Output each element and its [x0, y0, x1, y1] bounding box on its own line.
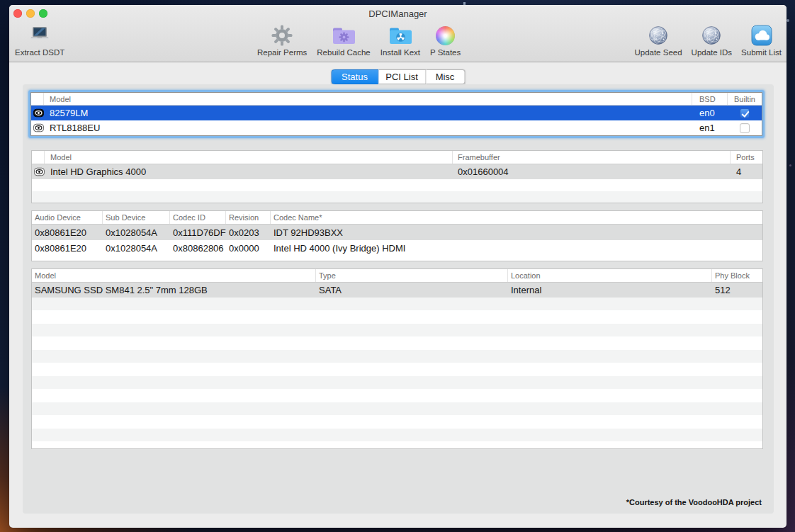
- column-header-model[interactable]: Model: [45, 151, 453, 164]
- table-row[interactable]: Intel HD Graphics 4000 0x01660004 4: [32, 164, 762, 179]
- toolbar-item-label: Update Seed: [634, 48, 682, 57]
- toolbar-item-label: Install Kext: [380, 48, 420, 57]
- toolbar-item-label: Rebuild Cache: [317, 48, 370, 57]
- update-seed-button[interactable]: Update Seed: [631, 23, 684, 57]
- column-header-visibility[interactable]: [31, 93, 44, 105]
- tab-bar: Status PCI List Misc: [331, 69, 465, 84]
- column-header-sub-device[interactable]: Sub Device: [103, 211, 170, 224]
- toolbar-item-label: Extract DSDT: [15, 48, 64, 57]
- audio-device-cell: 0x80861E20: [32, 227, 103, 238]
- toolbar-right: Update Seed: [631, 23, 784, 57]
- model-cell: Intel HD Graphics 4000: [45, 166, 453, 177]
- window-title: DPCIManager: [9, 9, 786, 19]
- status-panel: Model BSD Builtin: [23, 84, 774, 514]
- gear-icon: [271, 23, 293, 47]
- model-cell: RTL8188EU: [44, 123, 692, 133]
- location-cell: Internal: [508, 285, 712, 295]
- install-kext-button[interactable]: Install Kext: [378, 23, 423, 57]
- codec-name-cell: IDT 92HD93BXX: [271, 227, 762, 238]
- column-header-model[interactable]: Model: [32, 269, 316, 282]
- table-row[interactable]: RTL8188EU en1: [31, 120, 762, 135]
- eye-icon[interactable]: [33, 123, 44, 132]
- table-row[interactable]: SAMSUNG SSD SM841 2.5" 7mm 128GB SATA In…: [32, 283, 762, 298]
- tab-status[interactable]: Status: [331, 69, 378, 84]
- model-cell: SAMSUNG SSD SM841 2.5" 7mm 128GB: [32, 285, 316, 295]
- column-header-builtin[interactable]: Builtin: [728, 93, 762, 105]
- toolbar-left: Extract DSDT: [12, 23, 67, 57]
- audio-table: Audio Device Sub Device Codec ID Revisio…: [31, 210, 763, 261]
- column-header-codec-id[interactable]: Codec ID: [170, 211, 226, 224]
- toolbar-item-label: Update IDs: [692, 48, 733, 57]
- desktop-wallpaper: DPCIManager Extract DSDT: [0, 0, 795, 532]
- network-table-header: Model BSD Builtin: [31, 93, 762, 106]
- audio-device-cell: 0x80861E20: [32, 243, 103, 254]
- audio-table-header: Audio Device Sub Device Codec ID Revisio…: [32, 211, 762, 225]
- folder-fan-icon: [388, 23, 412, 47]
- codec-name-cell: Intel HD 4000 (Ivy Bridge) HDMI: [271, 243, 762, 254]
- column-header-revision[interactable]: Revision: [226, 211, 271, 224]
- column-header-codec-name[interactable]: Codec Name*: [271, 211, 762, 224]
- folder-gear-icon: [332, 23, 356, 47]
- model-cell: 82579LM: [44, 108, 692, 118]
- sub-device-cell: 0x1028054A: [103, 227, 170, 238]
- cloud-icon: [751, 23, 772, 47]
- column-header-framebuffer[interactable]: Framebuffer: [453, 151, 731, 164]
- toolbar-item-label: Submit List: [741, 48, 782, 57]
- column-header-phy-block[interactable]: Phy Block: [712, 269, 762, 282]
- builtin-checkbox[interactable]: [740, 108, 750, 118]
- globe-icon: [701, 23, 721, 47]
- globe-icon: [648, 23, 668, 47]
- voodoohda-credit-note: *Courtesy of the VoodooHDA project: [626, 498, 762, 506]
- toolbar-item-label: Repair Perms: [257, 48, 307, 57]
- ports-cell: 4: [731, 166, 762, 177]
- eye-icon[interactable]: [34, 167, 45, 176]
- extract-dsdt-button[interactable]: Extract DSDT: [12, 23, 67, 57]
- empty-rows: [32, 298, 762, 448]
- rebuild-cache-button[interactable]: Rebuild Cache: [314, 23, 373, 57]
- storage-table-header: Model Type Location Phy Block: [32, 269, 762, 283]
- storage-table: Model Type Location Phy Block SAMSUNG SS…: [31, 268, 763, 449]
- graphics-table: Model Framebuffer Ports: [31, 150, 763, 203]
- app-window: DPCIManager Extract DSDT: [9, 5, 786, 528]
- column-header-audio-device[interactable]: Audio Device: [32, 211, 103, 224]
- repair-perms-button[interactable]: Repair Perms: [254, 23, 310, 57]
- empty-row: [32, 179, 762, 191]
- builtin-checkbox[interactable]: [740, 123, 750, 133]
- p-states-button[interactable]: P States: [427, 23, 463, 57]
- sub-device-cell: 0x1028054A: [103, 243, 170, 254]
- column-header-visibility[interactable]: [32, 151, 45, 164]
- eye-icon[interactable]: [33, 108, 44, 118]
- codec-id-cell: 0x111D76DF: [170, 227, 226, 238]
- revision-cell: 0x0000: [226, 243, 271, 254]
- column-header-model[interactable]: Model: [44, 93, 692, 105]
- type-cell: SATA: [316, 285, 508, 295]
- bsd-cell: en1: [692, 123, 728, 133]
- graphics-table-header: Model Framebuffer Ports: [32, 151, 762, 164]
- bsd-cell: en0: [692, 108, 728, 118]
- tab-pci-list[interactable]: PCI List: [378, 69, 426, 84]
- network-table: Model BSD Builtin: [30, 92, 762, 136]
- column-header-type[interactable]: Type: [316, 269, 508, 282]
- wallpaper-star: [786, 19, 789, 22]
- phy-block-cell: 512: [712, 285, 762, 295]
- update-ids-button[interactable]: Update IDs: [689, 23, 735, 57]
- network-table-focus-ring: Model BSD Builtin: [28, 90, 765, 138]
- revision-cell: 0x0203: [226, 227, 271, 238]
- framebuffer-cell: 0x01660004: [453, 166, 731, 177]
- toolbar-center: Repair Perms: [254, 23, 463, 57]
- column-header-bsd[interactable]: BSD: [692, 93, 728, 105]
- wallpaper-star: [789, 164, 791, 166]
- column-header-ports[interactable]: Ports: [731, 151, 762, 164]
- table-row[interactable]: 0x80861E20 0x1028054A 0x80862806 0x0000 …: [32, 240, 762, 256]
- table-row[interactable]: 0x80861E20 0x1028054A 0x111D76DF 0x0203 …: [32, 225, 762, 240]
- codec-id-cell: 0x80862806: [170, 243, 226, 254]
- toolbar-item-label: P States: [430, 48, 461, 57]
- submit-list-button[interactable]: Submit List: [738, 23, 784, 57]
- tab-misc[interactable]: Misc: [426, 69, 465, 84]
- laptop-icon: [27, 23, 52, 47]
- empty-row: [32, 191, 762, 203]
- table-row[interactable]: 82579LM en0: [31, 106, 762, 120]
- color-wheel-icon: [436, 23, 455, 47]
- titlebar-toolbar: DPCIManager Extract DSDT: [9, 5, 786, 62]
- column-header-location[interactable]: Location: [508, 269, 712, 282]
